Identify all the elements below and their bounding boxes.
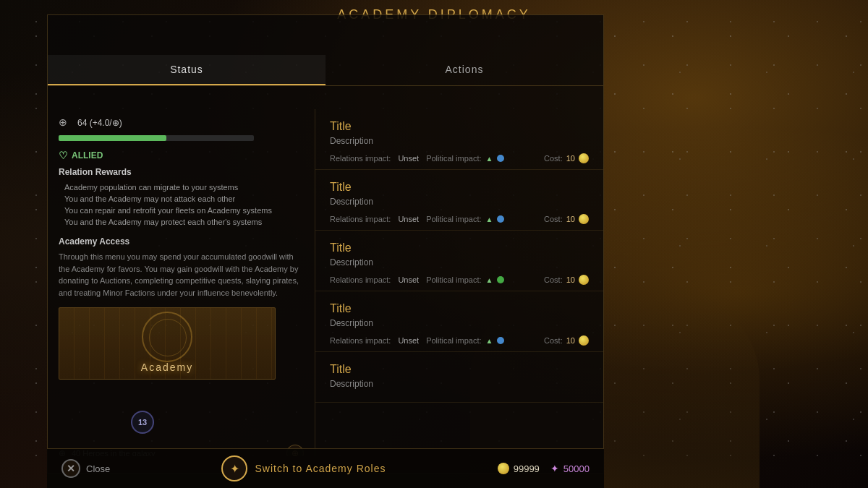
cost-icon-0 [579,153,589,163]
action-title-4: Title [330,363,589,376]
cost-value-1: 10 [566,215,575,223]
close-label: Close [86,463,110,474]
relations-value-0: Unset [398,154,419,163]
relations-value-2: Unset [398,275,419,284]
political-section-1: Political impact: ▲ [426,215,504,223]
political-dot-2 [497,276,504,283]
action-title-1: Title [330,181,589,194]
relation-rewards-title: Relation Rewards [59,167,304,177]
action-item-2[interactable]: Title Description Relations impact: Unse… [315,231,603,291]
main-panel: Status Actions ⊕ 64 (+4.0/⊕) ♡ ALLIED Re… [47,14,604,474]
action-footer-3: Relations impact: Unset Political impact… [330,335,589,346]
switch-label: Switch to Academy Roles [255,463,386,474]
relations-label-1: Relations impact: [330,215,391,223]
alliance-status: ♡ ALLIED [59,150,304,161]
close-button[interactable]: ✕ Close [61,459,110,478]
action-item-4[interactable]: Title Description [315,352,603,403]
cost-section-2: Cost: 10 [544,275,589,285]
arrow-up-icon-2: ▲ [486,276,493,284]
gold-coin-icon [498,463,509,474]
action-item-0[interactable]: Title Description Relations impact: Unse… [315,109,603,170]
action-desc-0: Description [330,136,589,146]
arrow-up-icon-1: ▲ [486,215,493,223]
action-desc-1: Description [330,197,589,207]
reward-item-3: You and the Academy may protect each oth… [59,216,304,228]
political-dot-0 [497,155,504,162]
cost-value-2: 10 [566,275,575,284]
relations-value-1: Unset [398,215,419,223]
status-panel: ⊕ 64 (+4.0/⊕) ♡ ALLIED Relation Rewards … [48,109,315,456]
hero-badge: 13 [131,411,154,434]
arrow-up-icon-3: ▲ [486,337,493,345]
cost-section-3: Cost: 10 [544,335,589,346]
action-title-0: Title [330,120,589,133]
cost-label-0: Cost: [544,154,563,163]
cost-label-2: Cost: [544,275,563,284]
political-section-2: Political impact: ▲ [426,275,504,284]
political-label-0: Political impact: [426,154,481,163]
reward-item-0: Academy population can migrate to your s… [59,181,304,193]
political-label-2: Political impact: [426,275,481,284]
action-desc-4: Description [330,379,589,389]
reward-item-2: You can repair and retrofit your fleets … [59,205,304,216]
action-footer-1: Relations impact: Unset Political impact… [330,214,589,224]
reputation-value: 64 (+4.0/⊕) [77,118,122,128]
action-desc-2: Description [330,257,589,267]
reputation-row: ⊕ 64 (+4.0/⊕) [59,116,304,129]
relation-rewards-list: Academy population can migrate to your s… [59,181,304,228]
political-dot-3 [497,337,504,344]
cost-label-3: Cost: [544,336,563,345]
cost-section-0: Cost: 10 [544,153,589,163]
close-icon: ✕ [61,459,80,478]
academy-image: Academy [59,307,276,380]
action-item-3[interactable]: Title Description Relations impact: Unse… [315,291,603,352]
star-icon: ✦ [550,463,559,474]
action-desc-3: Description [330,318,589,328]
relations-label-0: Relations impact: [330,154,391,163]
reward-item-1: You and the Academy may not attack each … [59,193,304,205]
relations-value-3: Unset [398,336,419,345]
political-label-3: Political impact: [426,336,481,345]
academy-access-title: Academy Access [59,236,304,247]
hero-section: 13 [59,380,304,412]
switch-icon: ✦ [221,455,247,481]
tab-actions[interactable]: Actions [326,55,603,85]
gold-currency: 99999 [498,463,540,474]
political-dot-1 [497,215,504,223]
reputation-icon: ⊕ [59,116,72,129]
political-section-3: Political impact: ▲ [426,336,504,345]
alliance-icon: ♡ [59,150,68,161]
action-title-2: Title [330,241,589,254]
action-footer-2: Relations impact: Unset Political impact… [330,275,589,285]
cost-icon-3 [579,335,589,346]
political-label-1: Political impact: [426,215,481,223]
gold-value: 99999 [514,463,540,474]
bottom-bar: ✕ Close ✦ Switch to Academy Roles 99999 … [47,448,604,488]
relations-label-2: Relations impact: [330,275,391,284]
arrow-up-icon-0: ▲ [486,155,493,163]
reputation-bar-fill [59,135,166,141]
academy-access-description: Through this menu you may spend your acc… [59,251,304,299]
purple-value: 50000 [563,463,590,474]
currency-section: 99999 ✦ 50000 [498,463,590,474]
switch-to-academy-roles-button[interactable]: ✦ Switch to Academy Roles [221,455,386,481]
cost-icon-2 [579,275,589,285]
cost-label-1: Cost: [544,215,563,223]
tab-bar: Status Actions [48,55,603,86]
action-title-3: Title [330,302,589,315]
tab-status[interactable]: Status [48,55,326,85]
cost-value-3: 10 [566,336,575,345]
academy-label: Academy [59,361,275,373]
political-section-0: Political impact: ▲ [426,154,504,163]
actions-panel: Title Description Relations impact: Unse… [315,109,603,473]
cost-value-0: 10 [566,154,575,163]
relations-label-3: Relations impact: [330,336,391,345]
action-footer-0: Relations impact: Unset Political impact… [330,153,589,163]
reputation-bar [59,135,254,141]
academy-decoration [142,312,192,362]
cost-section-1: Cost: 10 [544,214,589,224]
purple-currency: ✦ 50000 [550,463,590,474]
action-item-1[interactable]: Title Description Relations impact: Unse… [315,170,603,231]
cost-icon-1 [579,214,589,224]
